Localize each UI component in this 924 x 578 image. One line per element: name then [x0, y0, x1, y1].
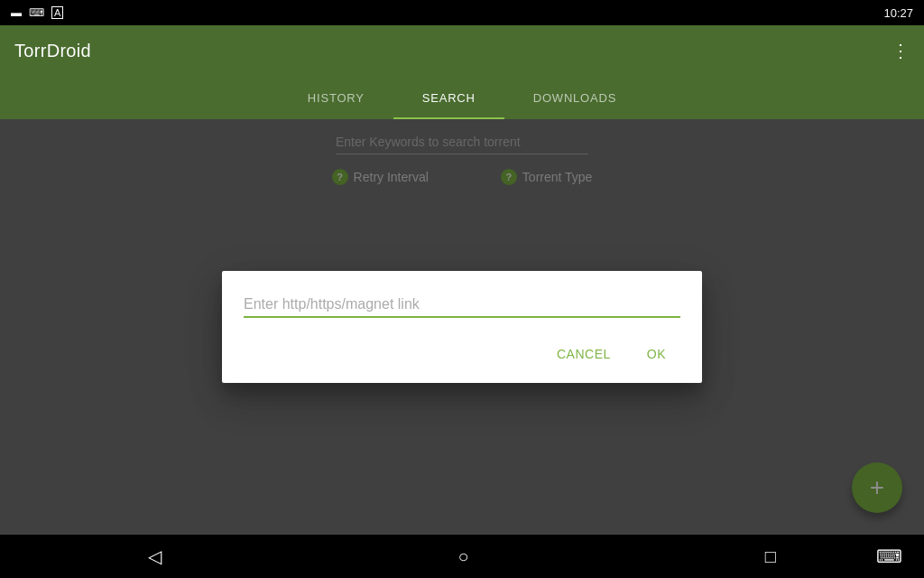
dialog-actions: CANCEL OK	[244, 340, 680, 376]
a-icon: A	[51, 6, 63, 19]
tab-downloads[interactable]: DOWNLOADS	[504, 76, 645, 119]
nav-bar: ◁ ○ □ ⌨	[0, 535, 924, 578]
keyboard-status-icon: ⌨	[29, 6, 44, 19]
add-link-dialog: CANCEL OK	[222, 271, 702, 383]
app-title: TorrDroid	[14, 41, 91, 61]
app-bar: TorrDroid ⋮	[0, 25, 924, 76]
clock: 10:27	[883, 6, 913, 20]
dialog-input-container[interactable]	[244, 293, 680, 318]
home-button[interactable]: ○	[450, 539, 476, 574]
main-content: Enter Keywords to search torrent ? Retry…	[0, 119, 924, 535]
tab-history[interactable]: HISTORY	[279, 76, 393, 119]
keyboard-nav-icon[interactable]: ⌨	[869, 538, 910, 574]
tab-search[interactable]: SEARCH	[393, 76, 504, 119]
cancel-button[interactable]: CANCEL	[542, 340, 625, 368]
status-bar: ▬ ⌨ A 10:27	[0, 0, 924, 25]
signal-icon: ▬	[11, 6, 22, 19]
overflow-menu-icon[interactable]: ⋮	[892, 40, 910, 61]
dialog-overlay: CANCEL OK	[0, 119, 924, 535]
link-input[interactable]	[244, 293, 680, 316]
recent-apps-button[interactable]: □	[758, 539, 783, 574]
ok-button[interactable]: OK	[633, 340, 680, 368]
status-bar-left: ▬ ⌨ A	[11, 6, 63, 19]
tab-bar: HISTORY SEARCH DOWNLOADS	[0, 76, 924, 119]
back-button[interactable]: ◁	[141, 538, 169, 574]
